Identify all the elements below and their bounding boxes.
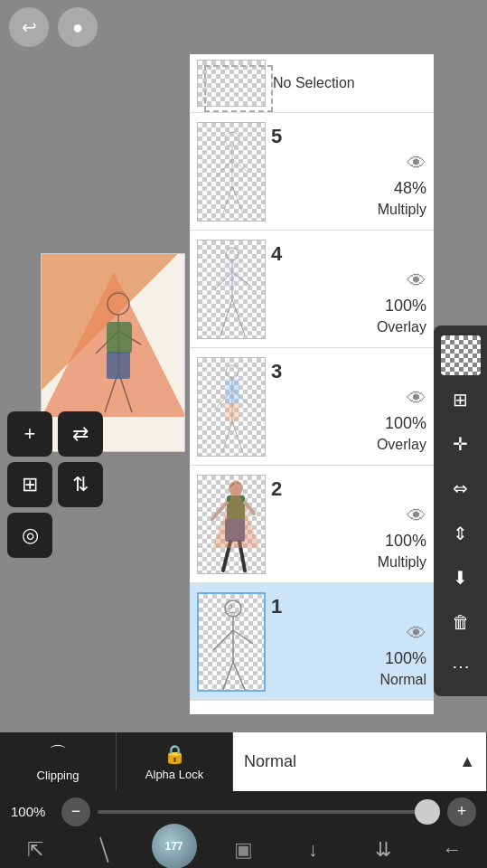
brush-nav-icon: ╱	[92, 837, 117, 863]
no-sel-dashed-border	[204, 65, 273, 112]
layer-1-opacity: 100%	[385, 649, 426, 668]
layer-4-thumb	[197, 240, 266, 339]
svg-line-14	[232, 186, 243, 213]
svg-point-15	[226, 248, 239, 260]
zoom-minus-button[interactable]: −	[61, 797, 90, 826]
right-tool-strip: ⊞ ✛ ⇔ ⇕ ⬇ 🗑 ⋯	[434, 326, 487, 696]
camera-button[interactable]: ◎	[7, 513, 52, 558]
flip-h-button[interactable]: ⇔	[441, 468, 481, 508]
layer-1-content	[199, 594, 266, 692]
color-circle-button[interactable]: 177	[152, 824, 197, 868]
layer-row-5[interactable]: 5 👁 48% Multiply	[190, 113, 434, 231]
plus-icon: +	[457, 802, 467, 821]
layer-row-3[interactable]: 3 👁 100% Overlay	[190, 348, 434, 466]
blend-mode-button[interactable]: Normal ▲	[233, 732, 487, 791]
add-layer-button[interactable]: +	[7, 411, 52, 457]
down-arrow-icon: ⬇	[453, 567, 468, 589]
layer-4-sketch	[198, 241, 266, 339]
transform-icon: ⇅	[72, 473, 89, 496]
layer-2-eye-icon[interactable]: 👁	[407, 505, 426, 528]
layer-row-1[interactable]: 1 👁 100% Normal	[190, 583, 434, 701]
left-panel: + ⇄ ⊞ ⇅ ◎	[0, 54, 190, 705]
layer-1-info: 1 👁 100% Normal	[271, 595, 426, 688]
stamp-nav-icon: ▣	[234, 838, 253, 862]
checker-pattern-button[interactable]	[441, 335, 481, 375]
svg-line-13	[223, 186, 232, 213]
transform-nav-button[interactable]: ⇱	[13, 832, 58, 868]
toolbar-row-1: + ⇄	[7, 411, 103, 457]
back-nav-icon: ←	[443, 838, 463, 862]
menu-button[interactable]: ●	[58, 7, 98, 47]
move-button[interactable]: ✛	[441, 424, 481, 464]
svg-line-20	[232, 299, 245, 335]
flip-h-icon: ⇔	[453, 477, 468, 499]
more-icon: ⋯	[452, 656, 470, 677]
layer-2-num: 2	[271, 477, 282, 501]
merge-button[interactable]: ⊞	[7, 462, 52, 507]
layer-2-opacity: 100%	[385, 532, 426, 551]
transform-button[interactable]: ⇅	[58, 462, 103, 507]
menu-icon: ●	[72, 17, 83, 38]
transform-strip-button[interactable]: ⊞	[441, 380, 481, 420]
layers-nav-icon: ⇊	[375, 838, 391, 862]
layers-panel: No Selection 5 👁 48% Multiply	[190, 54, 434, 714]
layer-5-sketch	[198, 123, 266, 222]
down-arrow-button[interactable]: ⬇	[441, 558, 481, 598]
layer-3-thumb	[197, 357, 266, 457]
flip-button[interactable]: ⇄	[58, 411, 103, 457]
layer-4-num: 4	[271, 242, 282, 266]
svg-line-28	[222, 421, 232, 453]
svg-point-44	[229, 605, 232, 609]
layer-4-eye-icon[interactable]: 👁	[407, 269, 426, 293]
clipping-button[interactable]: ⌒ Clipping	[0, 732, 117, 791]
back-button[interactable]: ↩	[9, 7, 49, 47]
layer-5-mode: Multiply	[378, 202, 426, 218]
zoom-plus-button[interactable]: +	[447, 797, 476, 826]
svg-marker-37	[212, 483, 259, 548]
layer-row-4[interactable]: 4 👁 100% Overlay	[190, 231, 434, 348]
alpha-lock-icon: 🔒	[164, 743, 186, 765]
down-nav-button[interactable]: ↓	[291, 832, 336, 868]
blend-mode-label: Normal	[244, 752, 296, 771]
layer-4-mode: Overlay	[377, 319, 426, 335]
layer-row-2[interactable]: 2 👁 100% Multiply	[190, 466, 434, 583]
flip-v-button[interactable]: ⇕	[441, 514, 481, 553]
more-options-button[interactable]: ⋯	[441, 646, 481, 686]
layer-3-mode: Overlay	[377, 437, 426, 453]
layer-3-opacity: 100%	[385, 414, 426, 433]
transform-nav-icon: ⇱	[27, 838, 43, 862]
layers-nav-button[interactable]: ⇊	[361, 832, 406, 868]
svg-point-9	[225, 132, 239, 146]
layer-1-thumb	[197, 592, 266, 692]
top-bar: ↩ ●	[0, 0, 487, 54]
zoom-slider-track[interactable]	[98, 810, 440, 814]
layer-3-eye-icon[interactable]: 👁	[407, 387, 426, 410]
zoom-percent: 100%	[11, 804, 54, 819]
layer-4-opacity: 100%	[385, 297, 426, 316]
layer-5-eye-icon[interactable]: 👁	[407, 152, 426, 175]
alpha-lock-label: Alpha Lock	[145, 768, 203, 781]
down-nav-icon: ↓	[308, 838, 318, 862]
svg-line-12	[232, 159, 248, 173]
layer-1-eye-icon[interactable]: 👁	[407, 622, 426, 646]
svg-line-43	[233, 662, 246, 692]
alpha-lock-button[interactable]: 🔒 Alpha Lock	[117, 732, 233, 791]
zoom-slider-thumb[interactable]	[415, 799, 440, 825]
bottom-nav: ⇱ ╱ 177 ▣ ↓ ⇊ ←	[0, 832, 487, 868]
delete-layer-button[interactable]: 🗑	[441, 602, 481, 642]
no-selection-row[interactable]: No Selection	[190, 54, 434, 113]
toolbar-row-3: ◎	[7, 513, 52, 558]
transform-strip-icon: ⊞	[453, 389, 468, 410]
brush-nav-button[interactable]: ╱	[82, 832, 127, 868]
layer-2-content	[198, 476, 266, 574]
back-nav-button[interactable]: ←	[430, 832, 475, 868]
stamp-nav-button[interactable]: ▣	[221, 832, 267, 868]
layer-5-opacity: 48%	[394, 179, 426, 198]
svg-point-38	[225, 600, 241, 617]
layer-3-num: 3	[271, 360, 282, 383]
svg-line-42	[222, 662, 233, 692]
svg-point-22	[226, 365, 239, 378]
svg-line-29	[232, 421, 243, 453]
flip-icon: ⇄	[72, 422, 89, 446]
layer-5-thumb	[197, 122, 266, 222]
